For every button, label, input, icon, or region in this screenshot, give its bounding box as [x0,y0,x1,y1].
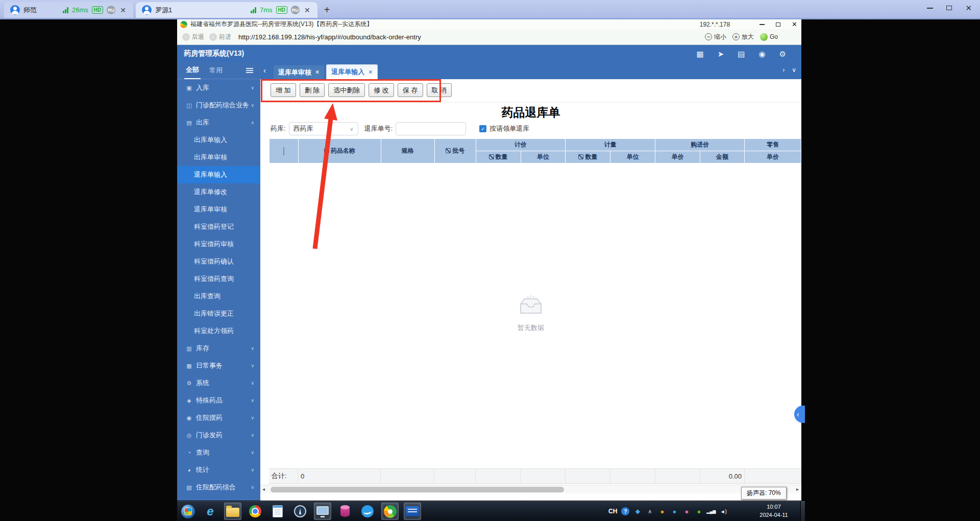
sidebar-item-科室借药确认[interactable]: 科室借药确认 [177,253,260,270]
database-icon[interactable] [336,503,354,520]
client-close-icon[interactable]: ✕ [965,4,972,12]
tab-close-icon[interactable]: ✕ [315,69,320,76]
chevron-up-icon[interactable]: ∧ [646,507,654,515]
latency-value: 26ms [72,6,88,14]
tab-list-chevron-icon[interactable]: ∨ [792,66,796,74]
sidebar-item-出库错误更正[interactable]: 出库错误更正 [177,305,260,322]
tab-scroll-left-icon[interactable]: ‹ [263,66,266,75]
sidebar-tab-all[interactable]: 全部 [184,62,201,79]
shield-icon[interactable]: ◆ [633,507,642,515]
send-icon[interactable]: ➤ [718,50,724,58]
gear-icon[interactable]: ⚙ [779,50,786,58]
app-header-icons: ▦➤▤◉⚙ [697,50,787,58]
sidebar-item-查询[interactable]: ◔查询∨ [177,444,260,461]
warehouse-select[interactable]: 西药库 ∨ [289,122,358,135]
pharmacy-logo-icon[interactable] [381,503,399,520]
menu-collapse-icon[interactable] [246,68,253,73]
chevron-down-icon: ∨ [251,103,254,108]
sidebar-item-科室处方领药[interactable]: 科室处方领药 [177,322,260,340]
ime-indicator[interactable]: CH [608,508,617,515]
sidebar-item-科室借药审核[interactable]: 科室借药审核 [177,235,260,253]
by-requisition-checkbox[interactable]: ✓ [479,125,486,132]
sidebar-item-特殊药品[interactable]: ◈特殊药品∨ [177,392,260,409]
restore-icon[interactable] [776,22,780,27]
sidebar-item-出库[interactable]: ▤出库∧ [177,114,260,131]
address-bar[interactable]: http://192.168.199.128/his-yf/app/#/outb… [238,33,421,41]
panel-icon[interactable]: ▤ [738,50,745,58]
scroll-left-arrow-icon[interactable]: ◂ [262,486,265,492]
chrome-icon[interactable] [247,503,264,520]
clock-time: 10:07 [754,503,794,511]
compass-icon[interactable] [291,503,309,520]
sidebar-item-门诊配药综合业务[interactable]: ◫门诊配药综合业务∨ [177,97,260,114]
select-all-checkbox[interactable] [283,147,284,155]
sidebar-item-住院配药综合[interactable]: ▧住院配药综合∨ [177,479,260,496]
remote-session-tab[interactable]: 师范26msHDRU✕ [4,2,133,18]
annotation-box [261,79,441,102]
back-icon: ‹ [182,33,190,41]
zoom-out-button[interactable]: − 缩小 [705,33,726,41]
network-icon[interactable]: ▂▄▆ [707,507,715,515]
sidebar-item-科室借药查询[interactable]: 科室借药查询 [177,270,260,288]
folder-icon[interactable] [224,503,241,520]
remote-session-tab[interactable]: 罗源17msHDRU✕ [136,2,317,18]
tab-退库单输入[interactable]: 退库单输入✕ [326,64,378,79]
go-button[interactable]: Go [760,33,778,41]
help-icon[interactable]: ? [621,507,629,515]
remote-viewer-icon[interactable] [314,503,331,520]
client-minimize-icon[interactable] [927,8,933,9]
column-label: 数量 [496,153,508,160]
sidebar-item-出库单审核[interactable]: 出库单审核 [177,149,260,166]
display-icon[interactable]: ▦ [697,50,704,58]
toolbar-divider [260,102,801,103]
forward-button[interactable]: › 前进 [209,33,231,41]
sidebar-item-门诊发药[interactable]: ◎门诊发药∨ [177,427,260,444]
ie-icon[interactable]: e [202,503,219,520]
column-header-计量-单位: 单位 [610,151,655,163]
tab-close-icon[interactable]: ✕ [368,69,373,76]
show-desktop-button[interactable] [800,501,805,521]
tab-close-icon[interactable]: ✕ [303,7,311,14]
sidebar-item-出库单输入[interactable]: 出库单输入 [177,131,260,149]
sidebar-item-退库单修改[interactable]: 退库单修改 [177,183,260,201]
column-label: 数量 [585,153,597,160]
start-button[interactable] [179,503,197,520]
sidebar-item-出库查询[interactable]: 出库查询 [177,288,260,305]
green-app-icon[interactable]: ● [695,507,703,515]
minimize-icon[interactable] [760,24,765,25]
pink-app-icon[interactable]: ● [682,507,691,515]
blue-app-icon[interactable]: ● [670,507,678,515]
tab-close-icon[interactable]: ✕ [119,7,127,14]
tab-退库单审核[interactable]: 退库单审核✕ [274,65,324,79]
scrollbar-thumb[interactable] [271,487,564,492]
back-button[interactable]: ‹ 后退 [182,33,204,41]
volume-icon[interactable]: ◄) [719,507,727,515]
sidebar-item-退库单输入[interactable]: 退库单输入 [177,166,260,183]
remote-tabs: 师范26msHDRU✕罗源17msHDRU✕ [0,0,320,18]
new-tab-button[interactable]: + [324,5,330,15]
taskbar-clock[interactable]: 10:07 2024-04-11 [754,503,794,519]
sidebar-item-label: 门诊配药综合业务 [196,101,249,110]
zoom-in-button[interactable]: + 放大 [732,33,754,41]
shida-icon[interactable] [404,503,421,520]
notepad-icon[interactable] [269,503,286,520]
orange-app-icon[interactable]: ● [658,507,666,515]
tab-scroll-right-icon[interactable]: › [782,66,785,74]
sidebar-item-库存[interactable]: ▥库存∨ [177,340,260,357]
sidebar-tab-common[interactable]: 常用 [208,62,224,79]
bird-icon[interactable] [359,503,376,520]
order-no-input[interactable] [396,122,466,135]
close-icon[interactable]: ✕ [792,21,797,28]
sidebar-item-科室借药登记[interactable]: 科室借药登记 [177,218,260,235]
sidebar-item-日常事务[interactable]: ▦日常事务∨ [177,357,260,374]
horizontal-scrollbar[interactable]: ◂ ▸ [260,485,801,493]
sidebar-item-入库[interactable]: ▣入库∨ [177,79,260,97]
folder-icon [226,508,239,517]
scroll-right-arrow-icon[interactable]: ▸ [796,486,799,492]
client-maximize-icon[interactable] [946,6,952,10]
eye-icon[interactable]: ◉ [758,50,765,58]
sidebar-item-退库单审核[interactable]: 退库单审核 [177,201,260,218]
sidebar-item-系统[interactable]: ⚙系统∨ [177,374,260,392]
sidebar-item-统计[interactable]: ◕统计∨ [177,461,260,479]
sidebar-item-住院摆药[interactable]: ◉住院摆药∨ [177,409,260,427]
